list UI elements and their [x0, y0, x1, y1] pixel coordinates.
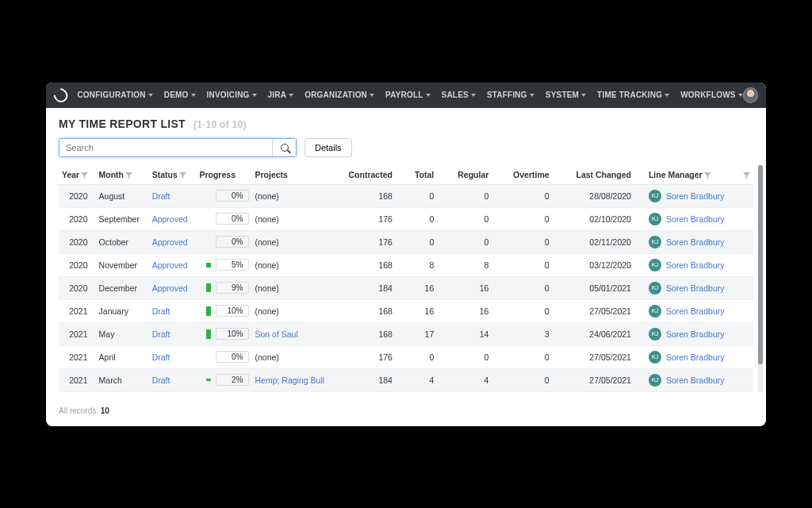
- toolbar: Details: [59, 138, 753, 157]
- col-label: Status: [152, 170, 178, 179]
- cell-total: 16: [407, 299, 448, 322]
- manager-name: Soren Bradbury: [666, 329, 725, 339]
- manager-link[interactable]: KJSoren Bradbury: [649, 328, 725, 341]
- cell-overtime: 0: [503, 345, 563, 368]
- progress-cell: 0%: [199, 236, 248, 248]
- col-month[interactable]: Month: [96, 165, 149, 185]
- filter-icon[interactable]: [704, 171, 711, 179]
- menu-item-system[interactable]: SYSTEM: [546, 90, 586, 99]
- filter-icon[interactable]: [743, 171, 750, 179]
- table-row[interactable]: 2020SeptemberApproved0%(none)17600002/10…: [59, 207, 753, 230]
- manager-link[interactable]: KJSoren Bradbury: [649, 351, 725, 364]
- menu-label: DEMO: [164, 90, 189, 99]
- col-line-manager[interactable]: Line Manager: [645, 165, 738, 185]
- cell-total: 0: [407, 345, 448, 368]
- cell-month: November: [96, 253, 149, 276]
- status-link[interactable]: Draft: [152, 191, 170, 201]
- status-link[interactable]: Approved: [152, 260, 188, 270]
- menu-item-invoicing[interactable]: INVOICING: [207, 90, 257, 99]
- table-row[interactable]: 2021MarchDraft2%Hemp; Raging Bull1844402…: [59, 368, 753, 391]
- scrollbar-thumb[interactable]: [758, 165, 763, 365]
- table-row[interactable]: 2021JanuaryDraft10%(none)1681616027/05/2…: [59, 299, 753, 322]
- table-row[interactable]: 2020DecemberApproved9%(none)1841616005/0…: [59, 276, 753, 299]
- cell-projects: (none): [252, 184, 338, 207]
- table-row[interactable]: 2020AugustDraft0%(none)16800028/08/2020K…: [59, 184, 753, 207]
- chevron-down-icon: [665, 94, 669, 97]
- search-input[interactable]: [59, 139, 272, 156]
- table-row[interactable]: 2021AprilDraft0%(none)17600027/05/2021KJ…: [59, 345, 753, 368]
- search-button[interactable]: [272, 139, 296, 156]
- table-row[interactable]: 2021MayDraft10%Son of Saul1681714324/06/…: [59, 322, 753, 345]
- menu-item-jira[interactable]: JIRA: [268, 90, 294, 99]
- cell-regular: 0: [448, 184, 503, 207]
- menu-item-sales[interactable]: SALES: [442, 90, 476, 99]
- project-link[interactable]: Son of Saul: [255, 329, 298, 339]
- menu-item-payroll[interactable]: PAYROLL: [385, 90, 431, 99]
- manager-link[interactable]: KJSoren Bradbury: [649, 374, 725, 387]
- project-link[interactable]: Hemp; Raging Bull: [255, 375, 325, 385]
- manager-link[interactable]: KJSoren Bradbury: [649, 282, 725, 294]
- project-none: (none): [255, 306, 279, 316]
- col-last-changed[interactable]: Last Changed: [564, 165, 645, 185]
- cell-regular: 14: [448, 322, 503, 345]
- manager-link[interactable]: KJSoren Bradbury: [649, 305, 725, 318]
- chevron-down-icon: [148, 94, 153, 97]
- manager-link[interactable]: KJSoren Bradbury: [649, 190, 725, 202]
- progress-cell: 10%: [199, 305, 248, 317]
- status-link[interactable]: Draft: [152, 375, 170, 385]
- col-status[interactable]: Status: [149, 165, 197, 185]
- menu-label: PAYROLL: [385, 90, 423, 99]
- col-overtime[interactable]: Overtime: [503, 165, 563, 185]
- manager-link[interactable]: KJSoren Bradbury: [649, 213, 725, 225]
- details-button[interactable]: Details: [304, 138, 352, 157]
- cell-year: 2020: [59, 207, 96, 230]
- filter-icon[interactable]: [125, 171, 132, 179]
- status-link[interactable]: Draft: [152, 352, 170, 362]
- scrollbar-track[interactable]: [758, 165, 763, 392]
- status-link[interactable]: Approved: [152, 237, 188, 247]
- filter-icon[interactable]: [179, 171, 186, 179]
- cell-year: 2020: [59, 184, 96, 207]
- cell-overtime: 0: [503, 253, 563, 276]
- col-total[interactable]: Total: [407, 165, 448, 185]
- cell-total: 0: [407, 207, 448, 230]
- col-projects[interactable]: Projects: [252, 165, 338, 185]
- progress-value: 0%: [216, 351, 249, 363]
- manager-link[interactable]: KJSoren Bradbury: [649, 236, 725, 248]
- table-row[interactable]: 2020OctoberApproved0%(none)17600002/11/2…: [59, 230, 753, 253]
- manager-link[interactable]: KJSoren Bradbury: [649, 259, 725, 271]
- cell-total: 8: [407, 253, 448, 276]
- cell-manager: KJSoren Bradbury: [645, 322, 738, 345]
- col-progress[interactable]: Progress: [196, 165, 251, 185]
- col-contracted[interactable]: Contracted: [337, 165, 407, 185]
- status-link[interactable]: Approved: [152, 214, 188, 224]
- page-content: MY TIME REPORT LIST (1-10 of 10) Details…: [46, 108, 766, 426]
- cell-contracted: 168: [337, 253, 407, 276]
- chevron-down-icon: [738, 94, 743, 97]
- col-year[interactable]: Year: [59, 165, 96, 185]
- menu-item-configuration[interactable]: CONFIGURATION: [77, 90, 152, 99]
- menu-item-time-tracking[interactable]: TIME TRACKING: [597, 90, 669, 99]
- chevron-down-icon: [581, 94, 586, 97]
- cell-overtime: 0: [503, 276, 563, 299]
- progress-value: 10%: [216, 305, 249, 317]
- cell-overtime: 3: [503, 322, 563, 345]
- menu-item-workflows[interactable]: WORKFLOWS: [680, 90, 743, 99]
- menu-item-demo[interactable]: DEMO: [164, 90, 196, 99]
- user-avatar[interactable]: [743, 87, 758, 103]
- progress-value: 0%: [216, 213, 249, 225]
- menu-item-organization[interactable]: ORGANIZATION: [304, 90, 374, 99]
- cell-projects: (none): [252, 299, 338, 322]
- table-row[interactable]: 2020NovemberApproved5%(none)16888003/12/…: [59, 253, 753, 276]
- col-label: Projects: [255, 170, 288, 179]
- status-link[interactable]: Draft: [152, 329, 170, 339]
- cell-year: 2021: [59, 345, 96, 368]
- status-link[interactable]: Approved: [152, 283, 188, 293]
- col-label: Last Changed: [576, 170, 630, 179]
- cell-regular: 16: [448, 299, 503, 322]
- col-filter-end[interactable]: [738, 165, 753, 185]
- filter-icon[interactable]: [81, 171, 88, 179]
- menu-item-staffing[interactable]: STAFFING: [487, 90, 534, 99]
- col-regular[interactable]: Regular: [448, 165, 503, 185]
- status-link[interactable]: Draft: [152, 306, 170, 316]
